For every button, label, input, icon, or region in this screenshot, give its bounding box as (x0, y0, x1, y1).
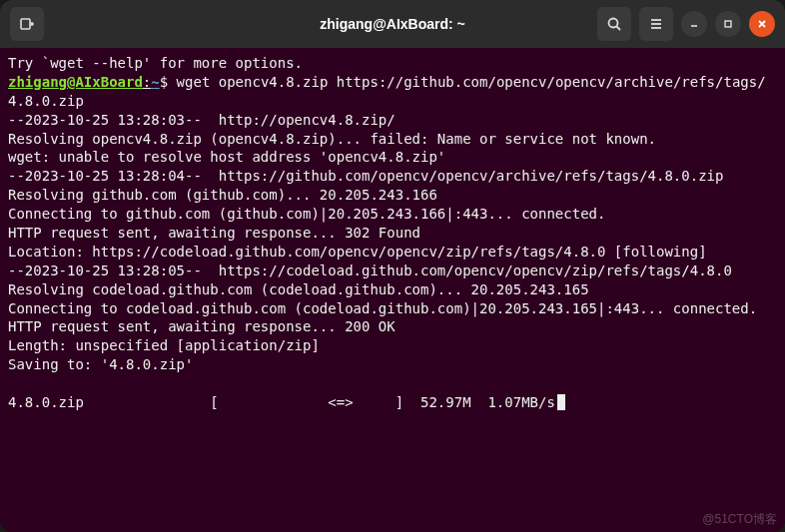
output-line: Location: https://codeload.github.com/op… (8, 244, 707, 260)
progress-line: 4.8.0.zip [ <=> ] 52.97M 1.07MB/s (8, 394, 555, 410)
output-line: Length: unspecified [application/zip] (8, 337, 320, 353)
maximize-icon (722, 18, 734, 30)
svg-line-4 (617, 27, 621, 31)
window-title: zhigang@AIxBoard: ~ (320, 16, 465, 32)
prompt-dollar: $ (160, 74, 168, 90)
output-line: Resolving github.com (github.com)... 20.… (8, 187, 437, 203)
search-icon (606, 16, 622, 32)
watermark: @51CTO博客 (702, 511, 777, 528)
output-line: Resolving opencv4.8.zip (opencv4.8.zip).… (8, 131, 656, 147)
hamburger-icon (648, 16, 664, 32)
output-line: HTTP request sent, awaiting response... … (8, 225, 420, 241)
output-line: Connecting to codeload.github.com (codel… (8, 300, 757, 316)
titlebar-left (10, 7, 44, 41)
minimize-button[interactable] (681, 11, 707, 37)
close-button[interactable] (749, 11, 775, 37)
prompt-user-host: zhigang@AIxBoard (8, 74, 143, 90)
maximize-button[interactable] (715, 11, 741, 37)
output-line: Saving to: '4.8.0.zip' (8, 356, 193, 372)
titlebar: zhigang@AIxBoard: ~ (0, 0, 785, 48)
svg-rect-0 (21, 19, 30, 29)
svg-point-3 (609, 19, 618, 28)
new-tab-icon (19, 16, 35, 32)
terminal-output[interactable]: Try `wget --help' for more options. zhig… (0, 48, 785, 532)
output-line: --2023-10-25 13:28:04-- https://github.c… (8, 168, 723, 184)
prompt-path: ~ (151, 74, 159, 90)
output-line: wget: unable to resolve host address 'op… (8, 149, 445, 165)
svg-rect-9 (725, 21, 731, 27)
titlebar-right (597, 7, 775, 41)
output-line: Connecting to github.com (github.com)|20… (8, 206, 605, 222)
menu-button[interactable] (639, 7, 673, 41)
output-line: Resolving codeload.github.com (codeload.… (8, 281, 589, 297)
minimize-icon (688, 18, 700, 30)
terminal-window: zhigang@AIxBoard: ~ (0, 0, 785, 532)
close-icon (756, 18, 768, 30)
search-button[interactable] (597, 7, 631, 41)
cursor (557, 394, 565, 410)
output-line: --2023-10-25 13:28:05-- https://codeload… (8, 263, 732, 278)
output-line: HTTP request sent, awaiting response... … (8, 318, 395, 334)
help-text: Try `wget --help' for more options. (8, 55, 303, 71)
new-tab-button[interactable] (10, 7, 44, 41)
output-line: --2023-10-25 13:28:03-- http://opencv4.8… (8, 112, 395, 128)
